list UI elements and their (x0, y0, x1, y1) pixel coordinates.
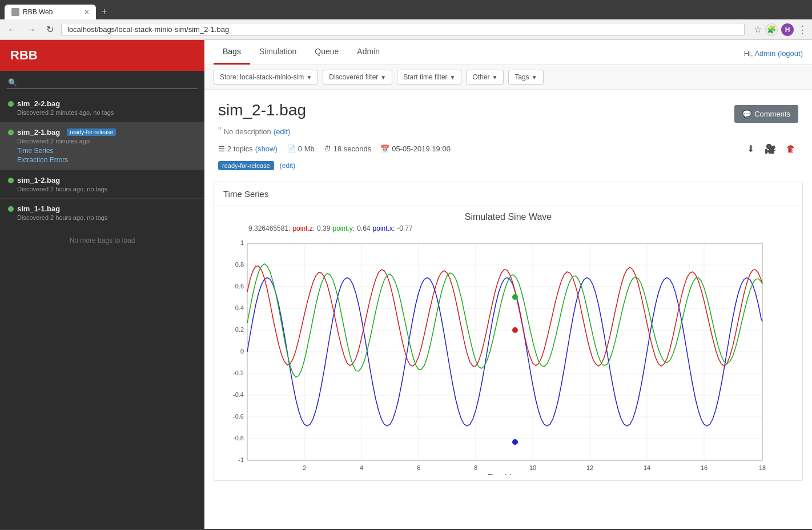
extraction-errors-link[interactable]: Extraction Errors (17, 156, 196, 164)
topics-icon: ☰ (218, 144, 225, 153)
date-value: 05-05-2019 19:00 (392, 144, 451, 153)
svg-text:8: 8 (474, 464, 477, 471)
size-value: 0 Mb (298, 144, 315, 153)
tab-bags[interactable]: Bags (214, 40, 250, 65)
other-label: Other (472, 73, 489, 81)
bag-item[interactable]: sim_2-2.bag Discovered 2 minutes ago, no… (0, 94, 204, 122)
file-icon: 📄 (287, 144, 296, 153)
admin-user-link[interactable]: Admin (754, 49, 775, 58)
bag-item[interactable]: sim_1-1.bag Discovered 2 hours ago, no t… (0, 199, 204, 227)
tab-bar: RBB Web × + (5, 3, 807, 19)
comments-button[interactable]: 💬 Comments (734, 105, 798, 123)
tags-caret-icon: ▼ (532, 74, 537, 81)
bag-status-dot (8, 101, 14, 107)
svg-text:-0.4: -0.4 (233, 391, 244, 398)
filter-bar: Store: local-stack-minio-sim ▼ Discovere… (204, 65, 812, 90)
sine-wave-chart: 1 0.8 0.6 0.4 0.2 0 -0.2 -0.4 -0.6 -0.8 … (220, 235, 768, 475)
bag-tag-badge: ready-for-release (67, 129, 116, 136)
legend-x-label: point.x: (373, 224, 395, 232)
edit-description-link[interactable]: (edit) (274, 127, 291, 136)
chart-title: Simulated Sine Wave (220, 212, 797, 222)
legend-y-val: 0.64 (357, 224, 370, 232)
red-wave (247, 266, 762, 366)
search-wrapper: 🔍 (7, 75, 198, 89)
chrome-menu-icon[interactable]: ⋮ (797, 23, 807, 36)
svg-text:6: 6 (417, 464, 420, 471)
logout-link[interactable]: (logout) (778, 49, 803, 58)
new-tab-btn[interactable]: + (97, 3, 111, 19)
detail-header-row: sim_2-1.bag 💬 Comments (218, 101, 798, 126)
bag-actions: ⬇ 🎥 🗑 (744, 142, 798, 155)
time-series-link[interactable]: Time Series (17, 147, 196, 155)
hi-text: Hi, (744, 49, 755, 58)
svg-text:2: 2 (303, 464, 306, 471)
bag-name: sim_2-1.bag (17, 128, 60, 136)
bookmark-icon[interactable]: ☆ (754, 24, 762, 35)
main-nav: Bags Simulation Queue Admin Hi, Admin (l… (204, 40, 812, 65)
tab-queue[interactable]: Queue (305, 40, 348, 65)
bag-name: sim_1-1.bag (17, 204, 60, 213)
search-input[interactable] (7, 75, 198, 89)
svg-text:10: 10 (529, 464, 536, 471)
bag-detail-section: sim_2-1.bag 💬 Comments " No description … (204, 90, 812, 182)
duration-info: ⏱ 18 seconds (324, 144, 372, 153)
reload-btn[interactable]: ↻ (43, 23, 57, 36)
search-icon: 🔍 (8, 78, 17, 87)
bag-info-row: ☰ 2 topics (show) 📄 0 Mb ⏱ 18 seconds 📅 … (218, 142, 798, 155)
back-btn[interactable]: ← (5, 23, 19, 36)
tab-close-btn[interactable]: × (85, 7, 89, 17)
download-btn[interactable]: ⬇ (744, 142, 757, 155)
delete-btn[interactable]: 🗑 (783, 143, 798, 155)
svg-text:-0.8: -0.8 (233, 435, 244, 441)
nav-user: Hi, Admin (logout) (744, 42, 803, 65)
start-time-filter-btn[interactable]: Start time filter ▼ (397, 70, 461, 85)
other-filter-btn[interactable]: Other ▼ (466, 70, 504, 85)
svg-text:18: 18 (759, 464, 766, 471)
no-description-text: No description (224, 127, 271, 136)
topics-count: 2 topics (227, 144, 253, 153)
red-highlight-dot (512, 327, 518, 333)
sidebar: RBB 🔍 sim_2-2.bag Discovered 2 minutes a… (0, 40, 204, 529)
clock-icon: ⏱ (324, 144, 331, 153)
legend-z-val: 0.39 (317, 224, 330, 232)
bag-item[interactable]: sim_1-2.bag Discovered 2 hours ago, no t… (0, 170, 204, 199)
bag-detail-title: sim_2-1.bag (218, 101, 306, 119)
svg-text:1: 1 (240, 239, 244, 246)
tab-simulation[interactable]: Simulation (250, 40, 305, 65)
svg-text:0.6: 0.6 (235, 283, 244, 290)
tags-filter-btn[interactable]: Tags ▼ (508, 70, 543, 85)
toolbar-right: ☆ 🧩 H ⋮ (754, 23, 807, 36)
start-time-caret-icon: ▼ (450, 74, 456, 81)
url-input[interactable] (61, 23, 745, 36)
size-info: 📄 0 Mb (287, 144, 315, 153)
tag-edit-link[interactable]: (edit) (280, 162, 295, 170)
tag-badge: ready-for-release (218, 161, 274, 170)
comments-btn-label: Comments (754, 110, 790, 118)
user-avatar[interactable]: H (781, 23, 794, 36)
tab-admin[interactable]: Admin (348, 40, 389, 65)
discovered-filter-btn[interactable]: Discovered filter ▼ (323, 70, 392, 85)
svg-text:0.2: 0.2 (235, 326, 244, 333)
record-btn[interactable]: 🎥 (762, 142, 779, 155)
store-filter-btn[interactable]: Store: local-stack-minio-sim ▼ (214, 70, 318, 85)
duration-value: 18 seconds (333, 144, 372, 153)
legend-z-label: point.z: (292, 224, 315, 232)
svg-text:0: 0 (240, 348, 244, 355)
topics-show-link[interactable]: (show) (255, 144, 278, 153)
bag-meta: Discovered 2 hours ago, no tags (17, 186, 196, 192)
comments-icon: 💬 (742, 110, 751, 118)
date-info: 📅 05-05-2019 19:00 (380, 144, 451, 153)
forward-btn[interactable]: → (24, 23, 39, 36)
bag-item-header: sim_1-1.bag (8, 204, 196, 213)
bag-status-dot (8, 178, 14, 183)
svg-text:-0.2: -0.2 (233, 370, 244, 376)
bag-description: " No description (edit) (218, 126, 798, 136)
chart-container: Simulated Sine Wave 9.326465581: point.z… (220, 212, 797, 475)
start-time-label: Start time filter (403, 73, 447, 81)
tag-row: ready-for-release (edit) (218, 161, 798, 170)
bag-item-active[interactable]: sim_2-1.bag ready-for-release Discovered… (0, 122, 204, 170)
extensions-icon[interactable]: 🧩 (765, 23, 778, 36)
active-tab[interactable]: RBB Web × (5, 5, 96, 19)
brand-logo: RBB (0, 40, 204, 71)
svg-text:14: 14 (644, 464, 650, 471)
